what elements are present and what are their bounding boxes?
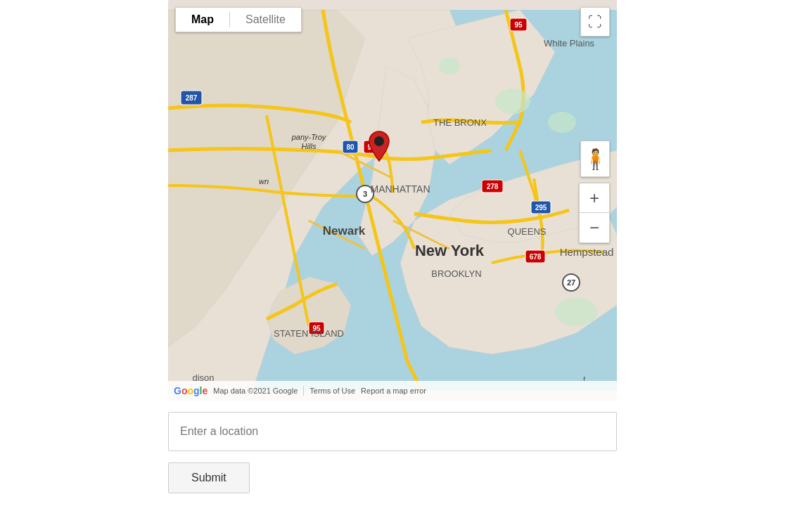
svg-point-42	[495, 89, 530, 114]
map-footer: Google Map data ©2021 Google Terms of Us…	[168, 381, 617, 401]
map-copyright: Map data ©2021 Google	[213, 387, 298, 395]
fullscreen-icon: ⛶	[588, 14, 602, 30]
google-g2: g	[193, 385, 200, 396]
svg-text:Hills: Hills	[302, 142, 317, 150]
street-view-person-icon: 🧍	[583, 148, 608, 171]
svg-text:Hempstead: Hempstead	[560, 246, 614, 258]
svg-text:BROOKLYN: BROOKLYN	[431, 268, 481, 279]
map-type-map-button[interactable]: Map	[176, 8, 229, 32]
svg-point-45	[555, 298, 597, 326]
svg-text:Newark: Newark	[323, 224, 366, 238]
svg-point-46	[374, 136, 384, 146]
google-o1: o	[181, 385, 188, 396]
svg-text:THE BRONX: THE BRONX	[433, 117, 487, 128]
svg-text:White Plains: White Plains	[544, 38, 595, 48]
svg-text:QUEENS: QUEENS	[508, 226, 547, 237]
svg-text:pany-Troy: pany-Troy	[291, 133, 327, 141]
svg-text:278: 278	[487, 183, 499, 190]
svg-text:80: 80	[346, 143, 355, 151]
svg-point-44	[439, 58, 460, 74]
zoom-out-button[interactable]: −	[580, 213, 609, 242]
svg-text:MANHATTAN: MANHATTAN	[370, 183, 430, 195]
svg-text:STATEN ISLAND: STATEN ISLAND	[274, 328, 344, 339]
svg-point-43	[548, 112, 576, 133]
svg-text:287: 287	[186, 94, 198, 102]
svg-text:New York: New York	[415, 242, 485, 259]
map-report-link[interactable]: Report a map error	[361, 387, 426, 395]
google-e: e	[202, 385, 208, 396]
fullscreen-button[interactable]: ⛶	[580, 7, 610, 37]
map-type-controls: Map Satellite	[175, 7, 302, 32]
google-o2: o	[187, 385, 193, 396]
map-wrapper: 287 95 80 95 3 278	[168, 0, 617, 401]
footer-separator	[303, 386, 304, 396]
location-input-wrapper	[168, 412, 617, 451]
google-g: G	[174, 385, 181, 396]
location-input[interactable]	[168, 412, 617, 451]
svg-text:27: 27	[567, 278, 575, 287]
map-svg: 287 95 80 95 3 278	[168, 0, 617, 401]
page-container: 287 95 80 95 3 278	[0, 0, 785, 493]
map-area: 287 95 80 95 3 278	[168, 0, 617, 401]
svg-text:95: 95	[514, 21, 523, 29]
google-logo: Google	[174, 385, 208, 396]
submit-button-wrapper: Submit	[168, 462, 617, 493]
zoom-in-button[interactable]: +	[580, 183, 609, 213]
map-type-satellite-button[interactable]: Satellite	[230, 8, 301, 32]
street-view-button[interactable]: 🧍	[580, 141, 610, 177]
terms-of-use-link[interactable]: Terms of Use	[309, 387, 355, 395]
submit-button[interactable]: Submit	[168, 462, 250, 493]
map-marker	[366, 130, 392, 165]
svg-text:678: 678	[530, 253, 542, 261]
zoom-controls: + −	[579, 183, 610, 243]
svg-text:wn: wn	[259, 177, 269, 186]
svg-text:295: 295	[535, 204, 547, 212]
svg-text:3: 3	[363, 190, 367, 198]
